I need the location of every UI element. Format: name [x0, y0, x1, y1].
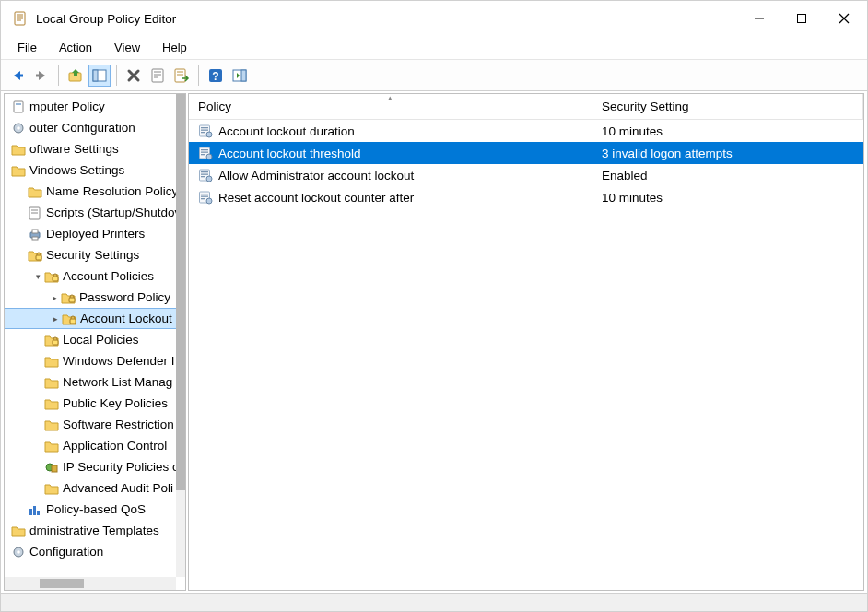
folder-icon [28, 184, 42, 199]
minimize-button[interactable] [738, 4, 780, 33]
tree-expander-icon[interactable] [32, 335, 43, 346]
tree-expander-icon[interactable] [32, 462, 43, 473]
tree-expander-icon[interactable] [32, 398, 43, 409]
tree-expander-icon[interactable] [16, 250, 27, 261]
svg-rect-34 [32, 237, 38, 240]
svg-rect-41 [52, 465, 57, 472]
tree-item-label: Account Policies [63, 269, 154, 283]
policy-row[interactable]: Account lockout duration10 minutes [189, 120, 863, 142]
tree-item[interactable]: Software Restriction [4, 414, 186, 435]
svg-rect-9 [18, 74, 23, 76]
scrollbar-thumb[interactable] [40, 579, 84, 588]
tree-item[interactable]: Advanced Audit Poli [4, 477, 186, 499]
list-header: Policy Security Setting [189, 94, 863, 120]
toolbar-tree-button[interactable] [88, 65, 111, 87]
tree-expander-icon[interactable] [4, 547, 10, 558]
list-body: Account lockout duration10 minutesAccoun… [189, 120, 863, 208]
tree-item[interactable]: ▸Account Lockout [4, 308, 186, 329]
column-header-setting[interactable]: Security Setting [592, 94, 863, 119]
toolbar-delete-button[interactable] [123, 65, 145, 87]
tree-item[interactable]: Policy-based QoS [4, 499, 186, 520]
policy-row[interactable]: Account lockout threshold3 invalid logon… [189, 142, 863, 164]
policy-setting: 10 minutes [592, 123, 863, 140]
menu-file-label: File [18, 41, 37, 54]
minimize-icon [754, 13, 765, 24]
policy-row[interactable]: Reset account lockout counter after10 mi… [189, 186, 863, 208]
tree-item[interactable]: Security Settings [4, 244, 186, 265]
menu-bar: File Action View Help [1, 36, 867, 60]
tree-expander-icon[interactable] [32, 483, 43, 494]
tree-expander-icon[interactable] [4, 525, 10, 536]
toolbar-export-button[interactable] [170, 65, 193, 87]
toolbar-action-pane-button[interactable] [229, 65, 251, 87]
tree-expander-icon[interactable] [4, 144, 10, 155]
toolbar-back-button[interactable] [6, 65, 29, 87]
content-area: mputer Policyouter Configurationoftware … [1, 91, 867, 593]
tree-item[interactable]: Vindows Settings [4, 159, 186, 181]
tree-expander-icon[interactable]: ▸ [49, 292, 60, 303]
toolbar-forward-button[interactable] [30, 65, 53, 87]
svg-rect-59 [201, 174, 208, 175]
tree-item[interactable]: oftware Settings [4, 138, 186, 159]
tree-item[interactable]: Deployed Printers [4, 223, 186, 244]
export-list-icon [173, 67, 190, 84]
folder-icon [44, 439, 59, 453]
tree-item[interactable]: mputer Policy [4, 96, 186, 117]
scrollbar-thumb[interactable] [176, 94, 185, 490]
svg-point-46 [17, 550, 20, 554]
tree-item[interactable]: ▾Account Policies [4, 265, 186, 287]
toolbar: ? [1, 60, 867, 91]
folder-icon [44, 375, 59, 390]
column-header-policy-label: Policy [198, 100, 231, 113]
tree-expander-icon[interactable] [32, 377, 43, 388]
tree-expander-icon[interactable] [4, 101, 10, 112]
tree-item[interactable]: Windows Defender I [4, 350, 186, 371]
tree-expander-icon[interactable] [16, 207, 27, 218]
tree-item[interactable]: Application Control [4, 435, 186, 456]
tree-view[interactable]: mputer Policyouter Configurationoftware … [4, 94, 186, 564]
menu-view[interactable]: View [103, 38, 151, 57]
toolbar-up-button[interactable] [65, 65, 87, 87]
tree-item[interactable]: outer Configuration [4, 117, 186, 138]
close-button[interactable] [823, 4, 865, 33]
tree-item[interactable]: Name Resolution Policy [4, 181, 186, 202]
tree-expander-icon[interactable] [16, 504, 27, 515]
tree-expander-icon[interactable] [16, 186, 27, 197]
toolbar-help-button[interactable]: ? [205, 65, 227, 87]
policy-setting: Enabled [592, 167, 863, 184]
tree-item[interactable]: ▸Password Policy [4, 287, 186, 308]
policy-row[interactable]: Allow Administrator account lockoutEnabl… [189, 164, 863, 186]
tree-horizontal-scrollbar[interactable] [5, 577, 176, 590]
svg-rect-44 [37, 511, 40, 515]
tree-expander-icon[interactable]: ▸ [50, 313, 61, 324]
tree-expander-icon[interactable] [32, 356, 43, 367]
tree-item[interactable]: Scripts (Startup/Shutdov [4, 202, 186, 223]
tree-item[interactable]: Local Policies [4, 329, 186, 350]
sort-indicator-icon: ▴ [388, 93, 393, 102]
app-icon [12, 10, 29, 27]
tree-expander-icon[interactable] [4, 123, 10, 134]
tree-item[interactable]: Configuration [4, 541, 186, 562]
tree-item[interactable]: dministrative Templates [4, 520, 186, 541]
tree-vertical-scrollbar[interactable] [176, 94, 185, 577]
svg-rect-64 [201, 196, 208, 197]
tree-item[interactable]: Network List Manag [4, 371, 186, 393]
tree-item-label: Public Key Policies [63, 396, 168, 410]
tree-expander-icon[interactable]: ▾ [32, 271, 43, 282]
policy-item-icon [198, 190, 213, 205]
tree-expander-icon[interactable] [16, 229, 27, 240]
menu-file[interactable]: File [6, 38, 48, 57]
tree-item[interactable]: IP Security Policies o [4, 456, 186, 477]
gear-icon [11, 121, 26, 135]
tree-expander-icon[interactable] [4, 165, 10, 176]
menu-action[interactable]: Action [48, 38, 103, 57]
tree-expander-icon[interactable] [32, 419, 43, 430]
maximize-button[interactable] [780, 4, 823, 33]
tree-expander-icon[interactable] [32, 441, 43, 452]
tree-item[interactable]: Public Key Policies [4, 393, 186, 414]
tree-item-label: Advanced Audit Poli [63, 481, 173, 495]
title-bar: Local Group Policy Editor [1, 1, 867, 36]
toolbar-properties-button[interactable] [147, 65, 169, 87]
menu-help[interactable]: Help [151, 38, 198, 57]
svg-rect-37 [69, 298, 75, 302]
